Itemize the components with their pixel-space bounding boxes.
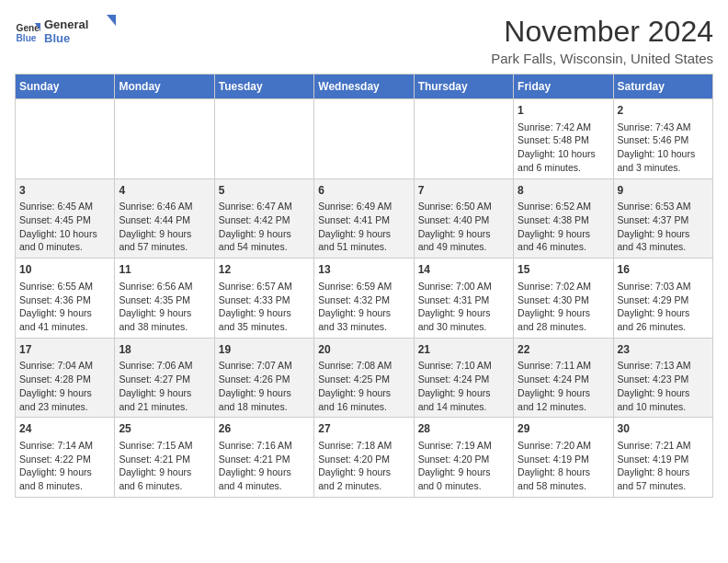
day-info: Sunrise: 7:21 AMSunset: 4:19 PMDaylight:…	[618, 439, 709, 493]
day-info: Sunrise: 6:50 AMSunset: 4:40 PMDaylight:…	[418, 200, 509, 254]
day-number: 19	[219, 342, 310, 358]
day-info: Sunrise: 7:08 AMSunset: 4:25 PMDaylight:…	[318, 359, 409, 413]
day-cell	[214, 99, 313, 179]
day-number: 25	[119, 421, 210, 437]
day-info: Sunrise: 7:03 AMSunset: 4:29 PMDaylight:…	[618, 280, 709, 334]
day-number: 7	[418, 183, 509, 199]
day-cell	[115, 99, 214, 179]
day-cell: 24Sunrise: 7:14 AMSunset: 4:22 PMDayligh…	[16, 418, 115, 498]
day-cell: 18Sunrise: 7:06 AMSunset: 4:27 PMDayligh…	[115, 338, 214, 418]
logo: General Blue General Blue	[15, 15, 118, 52]
day-number: 15	[518, 262, 609, 278]
day-cell: 25Sunrise: 7:15 AMSunset: 4:21 PMDayligh…	[115, 418, 214, 498]
day-number: 27	[318, 421, 409, 437]
day-number: 10	[19, 262, 110, 278]
day-cell	[16, 99, 115, 179]
day-info: Sunrise: 7:00 AMSunset: 4:31 PMDaylight:…	[418, 280, 509, 334]
header-cell-saturday: Saturday	[613, 75, 712, 99]
day-cell	[414, 99, 513, 179]
day-cell: 27Sunrise: 7:18 AMSunset: 4:20 PMDayligh…	[314, 418, 414, 498]
day-cell: 19Sunrise: 7:07 AMSunset: 4:26 PMDayligh…	[214, 338, 313, 418]
header-cell-wednesday: Wednesday	[314, 75, 414, 99]
day-number: 11	[119, 262, 210, 278]
day-cell: 28Sunrise: 7:19 AMSunset: 4:20 PMDayligh…	[414, 418, 513, 498]
day-info: Sunrise: 7:42 AMSunset: 5:48 PMDaylight:…	[518, 121, 609, 175]
day-cell: 3Sunrise: 6:45 AMSunset: 4:45 PMDaylight…	[16, 178, 115, 259]
day-info: Sunrise: 7:13 AMSunset: 4:23 PMDaylight:…	[618, 359, 709, 413]
week-row-3: 10Sunrise: 6:55 AMSunset: 4:36 PMDayligh…	[16, 259, 713, 339]
day-info: Sunrise: 7:02 AMSunset: 4:30 PMDaylight:…	[518, 280, 609, 334]
day-info: Sunrise: 7:16 AMSunset: 4:21 PMDaylight:…	[219, 439, 310, 493]
day-info: Sunrise: 6:59 AMSunset: 4:32 PMDaylight:…	[318, 280, 409, 334]
day-number: 29	[518, 421, 609, 437]
day-number: 12	[219, 262, 310, 278]
day-info: Sunrise: 7:10 AMSunset: 4:24 PMDaylight:…	[418, 359, 509, 413]
day-info: Sunrise: 7:20 AMSunset: 4:19 PMDaylight:…	[518, 439, 609, 493]
day-cell: 29Sunrise: 7:20 AMSunset: 4:19 PMDayligh…	[514, 418, 613, 498]
day-info: Sunrise: 6:57 AMSunset: 4:33 PMDaylight:…	[219, 280, 310, 334]
page-header: General Blue General Blue November 2024 …	[15, 15, 713, 66]
day-number: 1	[518, 103, 609, 119]
day-cell: 22Sunrise: 7:11 AMSunset: 4:24 PMDayligh…	[514, 338, 613, 418]
day-info: Sunrise: 7:14 AMSunset: 4:22 PMDaylight:…	[19, 439, 110, 493]
week-row-5: 24Sunrise: 7:14 AMSunset: 4:22 PMDayligh…	[16, 418, 713, 498]
header-cell-friday: Friday	[514, 75, 613, 99]
day-info: Sunrise: 7:19 AMSunset: 4:20 PMDaylight:…	[418, 439, 509, 493]
day-number: 23	[618, 342, 709, 358]
day-cell: 10Sunrise: 6:55 AMSunset: 4:36 PMDayligh…	[16, 259, 115, 339]
logo-icon: General Blue	[15, 20, 40, 46]
day-cell: 11Sunrise: 6:56 AMSunset: 4:35 PMDayligh…	[115, 259, 214, 339]
day-number: 18	[119, 342, 210, 358]
day-number: 22	[518, 342, 609, 358]
day-cell: 8Sunrise: 6:52 AMSunset: 4:38 PMDaylight…	[514, 178, 613, 259]
day-number: 2	[618, 103, 709, 119]
day-info: Sunrise: 7:07 AMSunset: 4:26 PMDaylight:…	[219, 359, 310, 413]
week-row-4: 17Sunrise: 7:04 AMSunset: 4:28 PMDayligh…	[16, 338, 713, 418]
day-cell: 2Sunrise: 7:43 AMSunset: 5:46 PMDaylight…	[613, 99, 712, 179]
day-number: 9	[618, 183, 709, 199]
day-number: 6	[318, 183, 409, 199]
day-number: 13	[318, 262, 409, 278]
header-cell-tuesday: Tuesday	[214, 75, 313, 99]
day-cell: 1Sunrise: 7:42 AMSunset: 5:48 PMDaylight…	[514, 99, 613, 179]
day-cell: 15Sunrise: 7:02 AMSunset: 4:30 PMDayligh…	[514, 259, 613, 339]
svg-text:Blue: Blue	[17, 34, 37, 44]
day-cell: 30Sunrise: 7:21 AMSunset: 4:19 PMDayligh…	[613, 418, 712, 498]
day-number: 30	[618, 421, 709, 437]
day-number: 21	[418, 342, 509, 358]
day-number: 14	[418, 262, 509, 278]
day-cell: 13Sunrise: 6:59 AMSunset: 4:32 PMDayligh…	[314, 259, 414, 339]
logo-text: General Blue	[44, 15, 118, 52]
week-row-2: 3Sunrise: 6:45 AMSunset: 4:45 PMDaylight…	[16, 178, 713, 259]
day-info: Sunrise: 7:04 AMSunset: 4:28 PMDaylight:…	[19, 359, 110, 413]
day-cell: 12Sunrise: 6:57 AMSunset: 4:33 PMDayligh…	[214, 259, 313, 339]
day-number: 17	[19, 342, 110, 358]
header-cell-sunday: Sunday	[16, 75, 115, 99]
day-number: 8	[518, 183, 609, 199]
day-info: Sunrise: 7:43 AMSunset: 5:46 PMDaylight:…	[618, 121, 709, 175]
day-cell: 4Sunrise: 6:46 AMSunset: 4:44 PMDaylight…	[115, 178, 214, 259]
day-cell	[314, 99, 414, 179]
day-info: Sunrise: 6:55 AMSunset: 4:36 PMDaylight:…	[19, 280, 110, 334]
day-info: Sunrise: 6:56 AMSunset: 4:35 PMDaylight:…	[119, 280, 210, 334]
location-title: Park Falls, Wisconsin, United States	[491, 51, 713, 66]
day-number: 3	[19, 183, 110, 199]
day-number: 16	[618, 262, 709, 278]
svg-text:General: General	[44, 17, 88, 31]
day-cell: 5Sunrise: 6:47 AMSunset: 4:42 PMDaylight…	[214, 178, 313, 259]
day-number: 5	[219, 183, 310, 199]
calendar-table: SundayMondayTuesdayWednesdayThursdayFrid…	[15, 74, 713, 498]
day-cell: 14Sunrise: 7:00 AMSunset: 4:31 PMDayligh…	[414, 259, 513, 339]
day-cell: 7Sunrise: 6:50 AMSunset: 4:40 PMDaylight…	[414, 178, 513, 259]
day-cell: 16Sunrise: 7:03 AMSunset: 4:29 PMDayligh…	[613, 259, 712, 339]
svg-marker-5	[107, 15, 116, 26]
day-cell: 17Sunrise: 7:04 AMSunset: 4:28 PMDayligh…	[16, 338, 115, 418]
day-cell: 21Sunrise: 7:10 AMSunset: 4:24 PMDayligh…	[414, 338, 513, 418]
day-cell: 23Sunrise: 7:13 AMSunset: 4:23 PMDayligh…	[613, 338, 712, 418]
day-info: Sunrise: 6:47 AMSunset: 4:42 PMDaylight:…	[219, 200, 310, 254]
day-info: Sunrise: 6:53 AMSunset: 4:37 PMDaylight:…	[618, 200, 709, 254]
week-row-1: 1Sunrise: 7:42 AMSunset: 5:48 PMDaylight…	[16, 99, 713, 179]
day-info: Sunrise: 7:11 AMSunset: 4:24 PMDaylight:…	[518, 359, 609, 413]
day-info: Sunrise: 7:15 AMSunset: 4:21 PMDaylight:…	[119, 439, 210, 493]
header-cell-monday: Monday	[115, 75, 214, 99]
